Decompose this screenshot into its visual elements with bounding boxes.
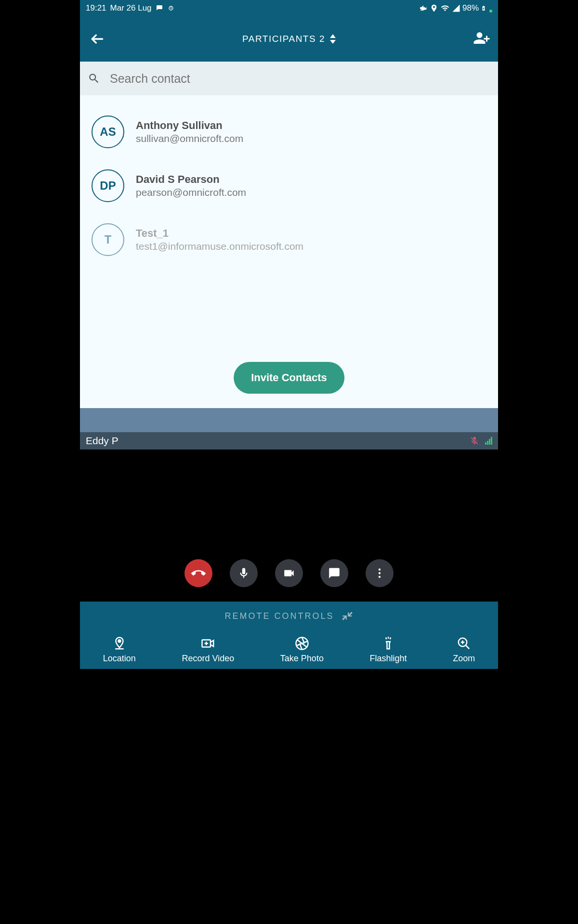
- recording-dot-icon: [489, 10, 492, 13]
- more-button[interactable]: [366, 559, 394, 587]
- svg-point-3: [379, 572, 381, 574]
- contact-name: Test_1: [136, 227, 303, 240]
- location-status-icon: [430, 4, 438, 13]
- mic-button[interactable]: [230, 559, 258, 587]
- bottom-bar: Location Record Video Take Photo Flashli…: [80, 630, 498, 669]
- remote-controls-label: REMOTE CONTROLS: [224, 611, 334, 621]
- contacts-list: ASAnthony Sullivansullivan@omnicroft.com…: [80, 95, 498, 408]
- location-button[interactable]: Location: [103, 636, 136, 664]
- zoom-button[interactable]: Zoom: [453, 636, 475, 664]
- page-title[interactable]: PARTICIPANTS 2: [242, 34, 336, 44]
- phone-hangup-icon: [191, 566, 206, 580]
- status-time: 19:21: [86, 3, 106, 13]
- record-video-icon: [200, 636, 216, 651]
- svg-point-4: [379, 576, 381, 578]
- mic-icon: [237, 567, 250, 579]
- video-button[interactable]: [275, 559, 303, 587]
- contact-row[interactable]: TTest_1test1@informamuse.onmicrosoft.com: [80, 213, 498, 267]
- zoom-in-icon: [457, 636, 471, 651]
- record-video-button[interactable]: Record Video: [182, 636, 234, 664]
- contact-email: test1@informamuse.onmicrosoft.com: [136, 241, 303, 252]
- chevron-down-icon: [330, 40, 336, 44]
- video-area: Eddy P: [80, 408, 498, 602]
- take-photo-button[interactable]: Take Photo: [280, 636, 324, 664]
- collapse-icon: [341, 610, 354, 622]
- app-bar: PARTICIPANTS 2: [80, 16, 498, 62]
- remote-controls-toggle[interactable]: REMOTE CONTROLS: [80, 602, 498, 630]
- camera-shutter-icon: [295, 636, 309, 651]
- avatar: AS: [92, 116, 124, 148]
- status-bar: 19:21 Mar 26 Lug 98%: [80, 0, 498, 16]
- video-icon: [283, 567, 295, 579]
- hangup-button[interactable]: [184, 559, 212, 587]
- flashlight-label: Flashlight: [370, 654, 407, 664]
- mic-muted-icon: [470, 436, 479, 446]
- contact-row[interactable]: DPDavid S Pearsonpearson@omnicroft.com: [80, 159, 498, 213]
- svg-point-2: [379, 568, 381, 570]
- back-button[interactable]: [88, 29, 107, 49]
- cell-signal-icon: [452, 4, 460, 13]
- contact-row[interactable]: ASAnthony Sullivansullivan@omnicroft.com: [80, 105, 498, 159]
- take-photo-label: Take Photo: [280, 654, 324, 664]
- contact-name: David S Pearson: [136, 173, 246, 186]
- video-header-strip: [80, 408, 498, 432]
- search-bar[interactable]: [80, 62, 498, 95]
- invite-contacts-button[interactable]: Invite Contacts: [234, 362, 344, 394]
- participants-label: PARTICIPANTS 2: [242, 34, 325, 44]
- zoom-label: Zoom: [453, 654, 475, 664]
- sync-icon: [167, 4, 175, 12]
- avatar: DP: [92, 169, 124, 202]
- search-input[interactable]: [110, 72, 490, 86]
- contact-email: pearson@omnicroft.com: [136, 187, 246, 198]
- person-add-icon: [473, 29, 490, 47]
- save-tray-icon: [156, 4, 163, 12]
- battery-percent: 98%: [462, 3, 479, 13]
- location-label: Location: [103, 654, 136, 664]
- contact-email: sullivan@omnicroft.com: [136, 133, 243, 144]
- flashlight-button[interactable]: Flashlight: [370, 636, 407, 664]
- participant-name: Eddy P: [86, 435, 118, 447]
- battery-charging-icon: [481, 4, 486, 13]
- signal-strength-icon: [485, 437, 492, 445]
- mute-icon: [419, 4, 428, 13]
- arrow-left-icon: [90, 31, 105, 47]
- flashlight-icon: [381, 636, 395, 651]
- chevron-up-icon: [330, 34, 336, 38]
- contact-name: Anthony Sullivan: [136, 119, 243, 132]
- svg-point-5: [118, 640, 120, 642]
- search-icon: [88, 72, 100, 85]
- status-date: Mar 26 Lug: [110, 3, 152, 13]
- location-icon: [112, 636, 127, 651]
- record-video-label: Record Video: [182, 654, 234, 664]
- add-person-button[interactable]: [473, 29, 490, 49]
- svg-line-12: [466, 645, 470, 649]
- more-vertical-icon: [373, 567, 386, 579]
- participant-name-bar: Eddy P: [80, 432, 498, 449]
- wifi-icon: [440, 4, 450, 13]
- call-controls: [184, 559, 394, 587]
- chat-icon: [328, 567, 341, 579]
- avatar: T: [92, 223, 124, 256]
- chat-button[interactable]: [320, 559, 348, 587]
